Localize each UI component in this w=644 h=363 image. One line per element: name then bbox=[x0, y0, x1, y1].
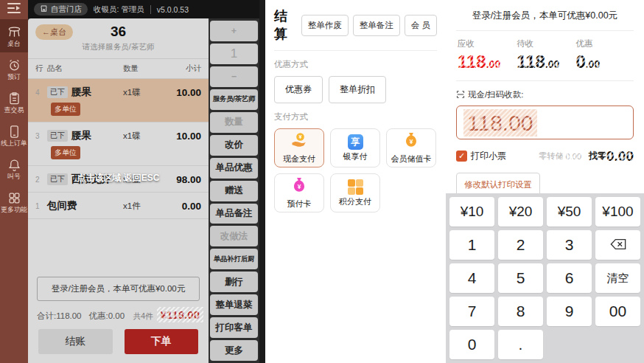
change-label: 找零 bbox=[589, 150, 606, 162]
payment-yinxiang[interactable]: 享 银享付 bbox=[330, 128, 380, 167]
key-9[interactable]: 9 bbox=[547, 297, 592, 326]
store-icon bbox=[40, 4, 48, 14]
prepaid-card-icon: ¥ bbox=[290, 176, 308, 197]
sidebar-item-more[interactable]: 更多功能 bbox=[0, 185, 28, 218]
back-to-tables-button[interactable]: ←桌台 bbox=[35, 24, 73, 40]
numpad: ¥10 ¥20 ¥50 ¥100 1 2 3 4 5 6 清空 7 8 9 结算… bbox=[446, 193, 644, 363]
change-value: 0.00 bbox=[606, 149, 634, 163]
gift-button[interactable]: 赠送 bbox=[210, 181, 258, 201]
key-100-yuan[interactable]: ¥100 bbox=[595, 197, 640, 227]
cash-input-value: 118.00 bbox=[463, 109, 537, 136]
qty-plus-button[interactable]: + bbox=[210, 21, 258, 41]
delete-line-button[interactable]: 删行 bbox=[210, 272, 258, 292]
key-50-yuan[interactable]: ¥50 bbox=[547, 197, 592, 227]
order-row[interactable]: 2 已下 西湖龙井 x1壶 98.00 bbox=[28, 166, 209, 193]
key-2[interactable]: 2 bbox=[498, 230, 543, 260]
key-20-yuan[interactable]: ¥20 bbox=[498, 197, 543, 227]
print-ticket-button[interactable]: 打印客单 bbox=[210, 317, 258, 338]
order-note-button[interactable]: 整单备注 bbox=[353, 15, 400, 36]
payment-prepaid-card[interactable]: ¥ 预付卡 bbox=[274, 173, 324, 212]
item-discount-button[interactable]: 单品优惠 bbox=[210, 158, 258, 179]
grid-icon bbox=[7, 191, 21, 205]
item-note-button[interactable]: 单品备注 bbox=[210, 204, 258, 224]
payment-cash[interactable]: ¥ 现金支付 bbox=[274, 128, 324, 167]
quantity-button[interactable]: 数量 bbox=[210, 112, 258, 133]
order-amount: ¥118.00 bbox=[161, 308, 200, 321]
key-dot[interactable]: . bbox=[498, 330, 543, 359]
key-3[interactable]: 3 bbox=[547, 230, 592, 260]
change-price-button[interactable]: 改价 bbox=[210, 135, 258, 156]
sidebar-item-label: 线上订单 bbox=[1, 140, 27, 147]
store-badge[interactable]: 自营门店 bbox=[34, 3, 88, 15]
payment-points[interactable]: 积分支付 bbox=[330, 173, 380, 212]
order-header: ←桌台 36 请选择服务员/茶艺师 bbox=[28, 18, 209, 58]
checkout-button[interactable]: 结账 bbox=[38, 329, 113, 354]
total-label: 合计:118.00 bbox=[37, 311, 82, 322]
bell-icon bbox=[7, 158, 21, 172]
receivable-amount: 118.00 bbox=[458, 53, 500, 71]
discount-label: 优惠:0.00 bbox=[89, 311, 125, 322]
key-1[interactable]: 1 bbox=[449, 230, 494, 260]
key-7[interactable]: 7 bbox=[449, 297, 494, 326]
change-method-button[interactable]: 改做法 bbox=[210, 226, 258, 246]
sidebar-item-online-orders[interactable]: 线上订单 bbox=[0, 119, 28, 152]
sidebar-item-reservations[interactable]: 预订 bbox=[0, 52, 28, 86]
status-badge: 已下 bbox=[47, 173, 68, 185]
cash-input[interactable]: 118.00 bbox=[456, 106, 634, 139]
return-order-button[interactable]: 整单退菜 bbox=[210, 294, 258, 315]
menu-collapse-button[interactable] bbox=[0, 0, 28, 19]
settle-panel: 结算 整单作废 整单备注 会 员 优惠方式 优惠券 整单折扣 支付方式 ¥ 现金… bbox=[265, 0, 446, 363]
order-rows: 4 已下 腰果 x1碟 10.00 多单位 3 已下 腰果 x1碟 10.00 … bbox=[28, 79, 209, 219]
key-00[interactable]: 00 bbox=[595, 297, 640, 326]
reprint-kitchen-button[interactable]: 单品补打后厨 bbox=[210, 249, 258, 269]
sidebar-item-label: 更多功能 bbox=[1, 207, 27, 213]
sidebar-item-label: 预订 bbox=[7, 74, 21, 80]
order-panel: ←桌台 36 请选择服务员/茶艺师 行 品名 数量 小计 4 已下 腰果 x1碟… bbox=[28, 18, 209, 363]
sidebar-item-tables[interactable]: 桌台 bbox=[0, 19, 28, 52]
topbar: 自营门店 收银员: 管理员 v5.0.0.53 bbox=[28, 0, 259, 18]
key-5[interactable]: 5 bbox=[498, 263, 543, 293]
member-button[interactable]: 会 员 bbox=[405, 15, 437, 36]
coupon-button[interactable]: 优惠券 bbox=[274, 76, 323, 103]
cash-input-label: 现金/扫码收款: bbox=[456, 89, 634, 100]
login-member-button[interactable]: 登录/注册会员，本单可优惠¥0.00元 bbox=[37, 277, 200, 301]
version-label: v5.0.0.53 bbox=[150, 5, 189, 14]
svg-text:¥: ¥ bbox=[298, 183, 301, 190]
key-8[interactable]: 8 bbox=[498, 297, 543, 326]
more-actions-button[interactable]: 更多 bbox=[210, 340, 258, 361]
place-order-button[interactable]: 下单 bbox=[125, 329, 199, 354]
order-discount-button[interactable]: 整单折扣 bbox=[329, 76, 386, 103]
sidebar-item-label: 叫号 bbox=[7, 173, 21, 180]
qty-value-display: 1 bbox=[210, 44, 258, 64]
sidebar: 桌台 预订 查交易 线上订单 叫号 更多功能 bbox=[0, 0, 28, 363]
key-6[interactable]: 6 bbox=[547, 263, 592, 293]
sidebar-item-label: 查交易 bbox=[4, 107, 24, 114]
pos-app: 桌台 预订 查交易 线上订单 叫号 更多功能 自营门店 收银员: 管理员 v5 bbox=[0, 0, 644, 363]
status-badge: 已下 bbox=[47, 86, 68, 98]
payment-member-card[interactable]: ¥ 会员储值卡 bbox=[386, 128, 436, 167]
order-row[interactable]: 3 已下 腰果 x1碟 10.00 多单位 bbox=[28, 122, 209, 166]
menu-collapse-icon bbox=[7, 2, 21, 17]
key-clear[interactable]: 清空 bbox=[595, 263, 640, 293]
print-receipt-checkbox[interactable] bbox=[456, 151, 467, 162]
select-waiter-hint[interactable]: 请选择服务员/茶艺师 bbox=[35, 42, 201, 56]
key-10-yuan[interactable]: ¥10 bbox=[449, 197, 494, 227]
key-backspace[interactable] bbox=[595, 230, 640, 260]
table-icon bbox=[7, 25, 21, 39]
login-member-link[interactable]: 登录/注册会员，本单可优惠¥0.00元 bbox=[456, 0, 634, 31]
multi-unit-badge: 多单位 bbox=[51, 146, 80, 159]
member-card-icon: ¥ bbox=[402, 131, 420, 152]
key-0[interactable]: 0 bbox=[449, 330, 494, 359]
key-4[interactable]: 4 bbox=[449, 263, 494, 293]
sidebar-item-queue[interactable]: 叫号 bbox=[0, 152, 28, 185]
pending-block: 待收 118.00 bbox=[517, 38, 559, 71]
void-order-button[interactable]: 整单作废 bbox=[301, 15, 349, 36]
backspace-icon bbox=[610, 236, 626, 254]
order-row[interactable]: 1 包间费 x1件 0.00 bbox=[28, 193, 209, 219]
sidebar-item-transactions[interactable]: 查交易 bbox=[0, 86, 28, 119]
qty-minus-button[interactable]: − bbox=[210, 66, 258, 87]
payment-section-label: 支付方式 bbox=[274, 111, 437, 122]
discount-amount: 0.00 bbox=[575, 53, 600, 71]
order-row[interactable]: 4 已下 腰果 x1碟 10.00 多单位 bbox=[28, 79, 209, 122]
waiter-button[interactable]: 服务员/茶艺师 bbox=[210, 89, 258, 110]
